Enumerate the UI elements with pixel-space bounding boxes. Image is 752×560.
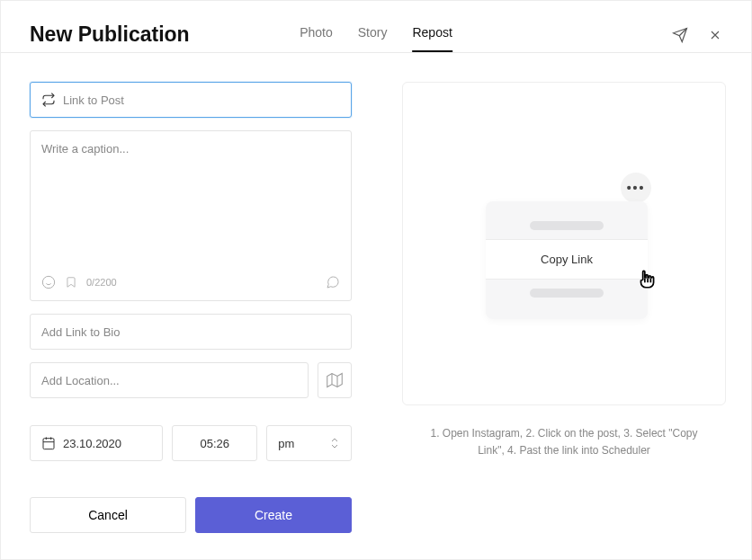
link-to-post-field[interactable]: [30, 82, 352, 118]
repost-icon: [41, 93, 56, 107]
new-publication-modal: New Publication Photo Story Repost: [0, 0, 752, 560]
modal-header: New Publication Photo Story Repost: [1, 1, 751, 53]
caption-textarea[interactable]: [41, 142, 340, 275]
stepper-icon[interactable]: [329, 436, 340, 450]
tab-photo[interactable]: Photo: [300, 25, 333, 52]
right-column: ••• Copy Link 1. Open Instagram, 2. Clic…: [402, 82, 726, 533]
tab-story[interactable]: Story: [358, 25, 388, 52]
pointer-cursor-icon: [635, 266, 658, 291]
create-button[interactable]: Create: [195, 497, 352, 533]
tab-repost[interactable]: Repost: [412, 25, 452, 52]
caption-box: 0/2200: [30, 130, 352, 301]
close-icon[interactable]: [708, 28, 722, 42]
ampm-value: pm: [278, 437, 294, 450]
bio-link-field[interactable]: [30, 314, 352, 350]
caption-footer: 0/2200: [41, 275, 340, 289]
bookmark-icon[interactable]: [65, 275, 77, 289]
emoji-icon[interactable]: [41, 275, 56, 289]
date-field[interactable]: 23.10.2020: [30, 425, 163, 461]
left-column: 0/2200: [30, 82, 352, 533]
date-value: 23.10.2020: [63, 437, 121, 450]
header-actions: [672, 27, 722, 43]
copy-link-row: Copy Link: [486, 239, 648, 280]
map-button[interactable]: [318, 362, 352, 398]
copy-link-label: Copy Link: [541, 253, 593, 266]
send-icon[interactable]: [672, 27, 688, 43]
modal-body: 0/2200: [1, 53, 751, 560]
action-row: Cancel Create: [30, 497, 352, 533]
tabs: Photo Story Repost: [300, 25, 452, 52]
preview-card: ••• Copy Link: [402, 82, 726, 405]
placeholder-bar: [530, 289, 604, 298]
svg-point-0: [42, 276, 54, 288]
ampm-field[interactable]: pm: [266, 425, 352, 461]
placeholder-bar: [530, 221, 604, 230]
bio-link-input[interactable]: [41, 325, 340, 339]
location-field[interactable]: [30, 362, 309, 398]
location-input[interactable]: [41, 374, 297, 387]
page-title: New Publication: [30, 22, 190, 47]
datetime-row: 23.10.2020 05:26 pm: [30, 425, 352, 461]
comment-icon[interactable]: [326, 275, 340, 289]
svg-marker-3: [327, 374, 343, 387]
calendar-icon: [41, 436, 56, 450]
caption-counter: 0/2200: [86, 277, 117, 288]
link-input[interactable]: [63, 93, 340, 107]
cancel-button[interactable]: Cancel: [30, 497, 186, 533]
location-row: [30, 362, 352, 398]
more-dots-icon: •••: [621, 173, 651, 203]
map-icon: [327, 372, 343, 388]
time-value: 05:26: [201, 437, 230, 450]
instructions-text: 1. Open Instagram, 2. Click on the post,…: [420, 425, 708, 459]
svg-rect-6: [43, 439, 54, 449]
time-field[interactable]: 05:26: [172, 425, 257, 461]
preview-context-menu: Copy Link: [486, 201, 648, 319]
